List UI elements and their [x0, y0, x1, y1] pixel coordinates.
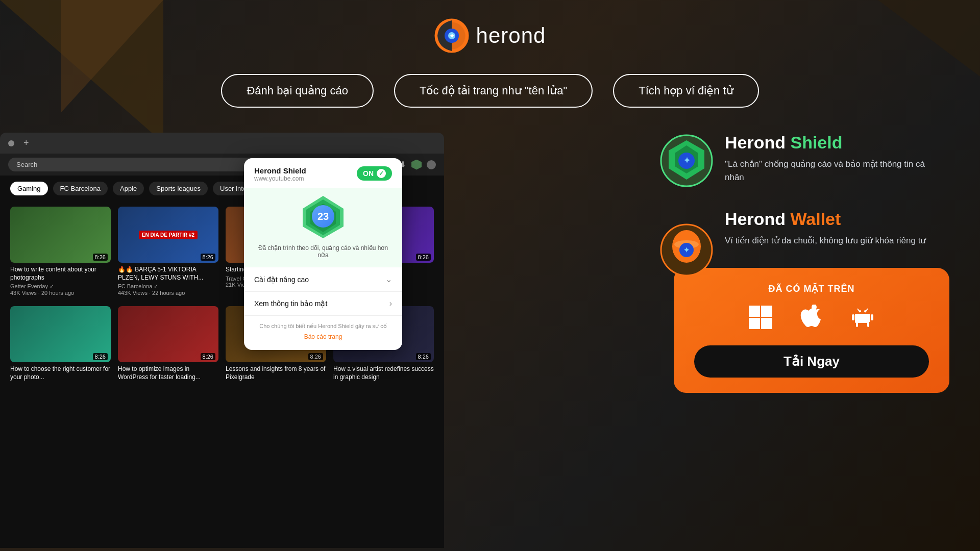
svg-rect-28 [871, 314, 873, 320]
svg-rect-18 [761, 306, 772, 317]
wallet-section: Herond Wallet Ví tiền điện tử đa chuỗi, … [725, 209, 949, 247]
logo-icon: ✦ [434, 18, 469, 53]
yt-thumb-1: 8:26 [10, 207, 111, 263]
popup-advanced-settings[interactable]: Cài đặt nâng cao ⌄ [244, 267, 402, 292]
yt-channel-2: FC Barcelona ✓ [118, 283, 218, 290]
popup-report-link[interactable]: Báo cáo trang [304, 333, 342, 340]
popup-shield-area: 23 Đã chặn trình theo dõi, quảng cáo và … [244, 188, 402, 267]
svg-text:✦: ✦ [683, 246, 690, 254]
yt-thumb-2: EN DIA DE PARTIR #2 8:26 [118, 207, 218, 263]
yt-video-6[interactable]: 8:26 How to optimize images in WordPress… [118, 306, 218, 386]
popup-header-info: Herond Shield www.youtube.com [254, 166, 306, 182]
svg-rect-17 [749, 306, 760, 317]
svg-rect-20 [761, 318, 772, 329]
yt-duration-8: 8:26 [416, 353, 431, 360]
yt-info-8: How a visual artist redefines success in… [333, 362, 434, 386]
browser-chrome-bar: + [0, 133, 444, 154]
yt-info-1: How to write content about your photogra… [10, 263, 111, 299]
yt-category-sports[interactable]: Sports leagues [149, 182, 208, 195]
download-box: ĐÃ CÓ MẶT TRÊN [674, 268, 949, 393]
yt-thumb-5: 8:26 [10, 306, 111, 362]
yt-info-7: Lessons and insights from 8 years of Pix… [226, 362, 326, 386]
popup-security-info[interactable]: Xem thông tin bảo mật › [244, 292, 402, 316]
popup-advanced-label: Cài đặt nâng cao [254, 276, 309, 284]
yt-duration-6: 8:26 [201, 353, 215, 360]
yt-duration-5: 8:26 [93, 353, 108, 360]
yt-channel-1: Getter Everday ✓ [10, 283, 111, 290]
yt-title-8: How a visual artist redefines success in… [333, 365, 434, 381]
shield-section: Herond Shield "Lá chắn" chống quảng cáo … [725, 133, 949, 184]
yt-video-1[interactable]: 8:26 How to write content about your pho… [10, 207, 111, 299]
feature-pill-wallet: Tích hợp ví điện tử [613, 74, 758, 108]
yt-title-6: How to optimize images in WordPress for … [118, 365, 218, 381]
logo-container: ✦ herond [434, 18, 546, 53]
browser-icon-3 [427, 160, 436, 169]
windows-icon [748, 305, 773, 335]
popup-blocked-text: Đã chặn trình theo dõi, quảng cáo và nhi… [244, 244, 402, 259]
popup-title: Herond Shield [254, 166, 306, 175]
shield-feature-icon: ✦ [658, 133, 715, 189]
popup-advanced-chevron: ⌄ [385, 274, 392, 284]
wallet-section-desc: Ví tiền điện tử đa chuỗi, không lưu giữ … [725, 234, 929, 247]
right-panel: ✦ ✦ Herond Shield "Lá chắn" chống quảng … [674, 133, 949, 393]
yt-title-5: How to choose the right customer for you… [10, 365, 111, 381]
yt-category-gaming[interactable]: Gaming [10, 182, 48, 195]
svg-rect-19 [749, 318, 760, 329]
browser-tab-add[interactable]: + [23, 138, 29, 148]
yt-duration-2: 8:26 [201, 254, 215, 261]
yt-category-apple[interactable]: Apple [113, 182, 144, 195]
download-button[interactable]: Tải Ngay [694, 345, 929, 378]
yt-duration-1: 8:26 [93, 254, 108, 261]
yt-info-6: How to optimize images in WordPress for … [118, 362, 218, 386]
shield-section-desc: "Lá chắn" chống quảng cáo và bảo mật thô… [725, 158, 929, 184]
herond-shield-popup: Herond Shield www.youtube.com ON ✓ 23 Đã… [244, 158, 402, 350]
yt-title-2: 🔥🔥 BARÇA 5-1 VIKTORIA PLZEN, LEWY STUNS … [118, 266, 218, 282]
apple-icon [799, 305, 824, 335]
header: ✦ herond [0, 0, 980, 71]
yt-info-2: 🔥🔥 BARÇA 5-1 VIKTORIA PLZEN, LEWY STUNS … [118, 263, 218, 299]
popup-blocked-count: 23 [312, 205, 334, 228]
popup-toggle-button[interactable]: ON ✓ [357, 166, 392, 181]
brand-name: herond [476, 23, 546, 48]
yt-meta-1: 43K Views · 20 hours ago [10, 290, 111, 296]
popup-footer-text: Cho chúng tôi biết nếu Herond Shield gây… [254, 323, 392, 330]
wallet-feature-icon: ✦ [658, 222, 715, 278]
yt-title-7: Lessons and insights from 8 years of Pix… [226, 365, 326, 381]
features-row: Đánh bại quảng cáo Tốc độ tải trang như … [0, 74, 980, 108]
popup-header: Herond Shield www.youtube.com ON ✓ [244, 158, 402, 188]
svg-rect-22 [855, 314, 870, 322]
yt-video-5[interactable]: 8:26 How to choose the right customer fo… [10, 306, 111, 386]
android-icon [850, 305, 875, 335]
yt-thumb-6: 8:26 [118, 306, 218, 362]
svg-rect-27 [852, 314, 854, 320]
svg-text:✦: ✦ [683, 156, 691, 165]
browser-shield-icon[interactable] [411, 160, 422, 170]
shield-section-title: Herond Shield [725, 133, 949, 153]
popup-security-label: Xem thông tin bảo mật [254, 299, 327, 308]
popup-toggle-label: ON [363, 169, 374, 178]
yt-title-1: How to write content about your photogra… [10, 266, 111, 282]
platform-icons-row [694, 305, 929, 335]
yt-category-barcelona[interactable]: FC Barcelona [53, 182, 108, 195]
download-available-label: ĐÃ CÓ MẶT TRÊN [694, 283, 929, 294]
wallet-section-title: Herond Wallet [725, 209, 949, 229]
yt-info-5: How to choose the right customer for you… [10, 362, 111, 386]
popup-url: www.youtube.com [254, 175, 306, 182]
yt-meta-2: 443K Views · 22 hours ago [118, 290, 218, 296]
yt-duration-4: 8:26 [416, 254, 431, 261]
popup-security-chevron: › [389, 299, 392, 308]
feature-pill-speed: Tốc độ tải trang như "tên lửa" [394, 74, 593, 108]
popup-footer: Cho chúng tôi biết nếu Herond Shield gây… [244, 316, 402, 350]
yt-duration-7: 8:26 [308, 353, 323, 360]
svg-text:✦: ✦ [449, 32, 454, 40]
browser-tab-close[interactable] [8, 140, 14, 146]
feature-pill-adblock: Đánh bại quảng cáo [221, 74, 373, 108]
popup-shield-display: 23 [300, 193, 346, 239]
yt-video-2[interactable]: EN DIA DE PARTIR #2 8:26 🔥🔥 BARÇA 5-1 VI… [118, 207, 218, 299]
popup-toggle-checkmark: ✓ [377, 169, 386, 178]
